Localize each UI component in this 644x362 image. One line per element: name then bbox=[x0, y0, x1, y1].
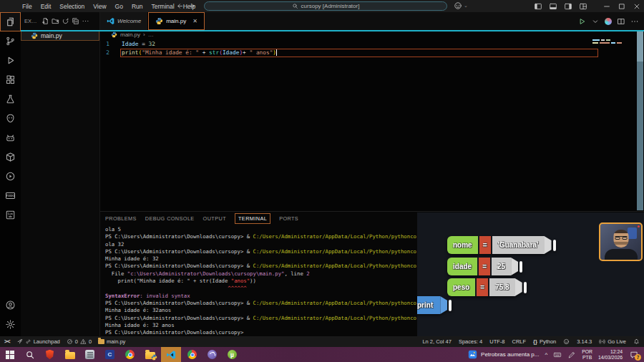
panel-tab-ports[interactable]: PORTS bbox=[279, 214, 298, 223]
news-widget[interactable]: Petrobras aumenta p... bbox=[468, 350, 539, 359]
status-utf-8[interactable]: UTF-8 bbox=[489, 338, 504, 345]
menu-run[interactable]: Run bbox=[127, 3, 147, 10]
remote-indicator[interactable]: >< bbox=[4, 338, 10, 345]
activity-source-control-icon[interactable] bbox=[0, 31, 21, 51]
activity-run-debug-icon[interactable] bbox=[0, 51, 21, 70]
menu-bar: FileEditSelectionViewGoRunTerminalHelp bbox=[18, 0, 200, 12]
status-ln-2-col-47[interactable]: Ln 2, Col 47 bbox=[422, 338, 451, 345]
menu-terminal[interactable]: Terminal bbox=[147, 3, 179, 10]
menu-go[interactable]: Go bbox=[111, 3, 127, 10]
copilot-menu[interactable]: ⌄ bbox=[454, 1, 468, 10]
panel-tab-output[interactable]: OUTPUT bbox=[203, 214, 226, 223]
menu-edit[interactable]: Edit bbox=[36, 3, 56, 10]
chevron-down-icon[interactable] bbox=[591, 17, 600, 26]
taskbar-brave-icon[interactable] bbox=[44, 347, 55, 362]
close-tab-icon[interactable]: ✕ bbox=[192, 18, 197, 24]
chrome-icon bbox=[187, 350, 197, 359]
active-file-indicator[interactable]: main.py bbox=[98, 338, 125, 345]
tab-main.py[interactable]: main.py✕ bbox=[148, 12, 205, 30]
activity-account-icon[interactable] bbox=[0, 295, 21, 315]
panel-tab-debug-console[interactable]: DEBUG CONSOLE bbox=[145, 214, 195, 223]
touch-keyboard-icon[interactable] bbox=[553, 351, 562, 359]
close-button[interactable] bbox=[629, 0, 644, 12]
taskbar-chrome-icon[interactable] bbox=[125, 347, 135, 362]
status-copilot-icon[interactable] bbox=[563, 338, 570, 345]
status-python[interactable]: {}Python bbox=[533, 338, 556, 345]
code-line-1[interactable]: 1Idade = 32 bbox=[100, 40, 644, 49]
maximize-button[interactable] bbox=[614, 0, 629, 12]
activity-extensions-icon[interactable] bbox=[0, 70, 21, 89]
panel-tab-terminal[interactable]: TERMINAL bbox=[235, 213, 270, 224]
tab-welcome[interactable]: Welcome bbox=[100, 12, 148, 30]
menu-view[interactable]: View bbox=[89, 3, 110, 10]
taskbar-bittorrent-icon[interactable] bbox=[207, 347, 218, 362]
svg-text:TODO: TODO bbox=[6, 194, 16, 197]
panel-tab-problems[interactable]: PROBLEMS bbox=[105, 214, 137, 223]
forward-arrow-icon[interactable] bbox=[188, 2, 196, 10]
run-icon[interactable] bbox=[577, 17, 586, 26]
warning-icon bbox=[80, 338, 87, 345]
menu-file[interactable]: File bbox=[18, 3, 36, 10]
activity-files-icon[interactable] bbox=[0, 12, 21, 31]
command-search-input[interactable]: cursopy [Administrator] bbox=[204, 1, 447, 11]
editor-scrollbar[interactable] bbox=[637, 31, 643, 210]
rocket-icon bbox=[16, 338, 23, 345]
status-go-live[interactable]: Go Live bbox=[599, 338, 626, 345]
taskbar-vscode-icon[interactable] bbox=[161, 347, 181, 362]
window-controls bbox=[530, 0, 644, 12]
activity-testing-icon[interactable] bbox=[0, 89, 21, 109]
problems-indicator[interactable]: 0 0 bbox=[67, 338, 92, 345]
clock[interactable]: 12:24 14/03/2026 bbox=[598, 349, 623, 361]
code-editor[interactable]: 1Idade = 322print("Minha idade é: " + st… bbox=[100, 39, 644, 57]
activity-package-icon[interactable] bbox=[0, 147, 21, 167]
status-spaces-4[interactable]: Spaces: 4 bbox=[459, 338, 482, 345]
taskbar-search-icon[interactable] bbox=[24, 347, 35, 362]
status-3-14-3[interactable]: 3.14.3 bbox=[577, 338, 592, 345]
notification-center[interactable]: 7 bbox=[628, 349, 640, 361]
taskbar-c-app-icon[interactable]: C bbox=[104, 347, 115, 362]
editor-tabs: Welcomemain.py✕ bbox=[100, 12, 644, 30]
activity-todo-icon[interactable]: TODO bbox=[0, 186, 21, 205]
file-item-main.py[interactable]: main.py bbox=[21, 31, 99, 41]
minimap[interactable] bbox=[592, 39, 634, 45]
refresh-icon[interactable] bbox=[62, 17, 69, 25]
code-line-2[interactable]: 2print("Minha idade é: " + str(Idade)+ "… bbox=[100, 49, 644, 57]
back-arrow-icon[interactable] bbox=[176, 2, 184, 10]
new-file-icon[interactable] bbox=[42, 17, 49, 25]
toggle-panel-button[interactable] bbox=[545, 0, 560, 12]
taskbar-python-folder-icon[interactable] bbox=[145, 347, 155, 362]
more-icon[interactable] bbox=[82, 17, 89, 25]
taskbar-utorrent-icon[interactable]: µ bbox=[227, 347, 238, 362]
bell-icon bbox=[633, 338, 640, 345]
status-bell-icon[interactable] bbox=[633, 338, 640, 345]
menu-selection[interactable]: Selection bbox=[55, 3, 89, 10]
more-icon[interactable] bbox=[630, 17, 639, 26]
new-folder-icon[interactable] bbox=[52, 17, 59, 25]
activity-robot-icon[interactable] bbox=[0, 128, 21, 147]
taskbar-start-icon[interactable] bbox=[4, 347, 15, 362]
customize-layout-button[interactable] bbox=[575, 0, 590, 12]
toggle-secondary-sidebar-button[interactable] bbox=[560, 0, 575, 12]
split-icon[interactable] bbox=[617, 17, 625, 26]
profile-avatar[interactable] bbox=[605, 18, 612, 25]
status-crlf[interactable]: CRLF bbox=[512, 338, 526, 345]
activity-media-play-icon[interactable] bbox=[0, 167, 21, 186]
taskbar-notes-app-icon[interactable] bbox=[84, 347, 95, 362]
folder-icon bbox=[98, 339, 104, 344]
toggle-sidebar-button[interactable] bbox=[530, 0, 545, 12]
taskbar-icons: Cµ bbox=[4, 347, 238, 362]
collapse-icon[interactable] bbox=[72, 17, 79, 25]
text-cursor bbox=[276, 49, 277, 56]
variable-block-peso: peso=75.8 bbox=[447, 278, 527, 296]
pen-icon[interactable] bbox=[567, 351, 576, 359]
activity-settings-gear-icon[interactable] bbox=[0, 315, 21, 334]
activity-lua-ide-icon[interactable]: Luaide bbox=[0, 205, 21, 225]
taskbar-file-explorer-icon[interactable] bbox=[64, 347, 75, 362]
minimize-button[interactable] bbox=[599, 0, 614, 12]
activity-alien-icon[interactable] bbox=[0, 109, 21, 128]
tray-expand-caret[interactable]: ^ bbox=[545, 351, 547, 358]
language-indicator[interactable]: POR PTB bbox=[582, 349, 592, 361]
launchpad-item[interactable]: Launchpad bbox=[16, 338, 60, 345]
editor-group: Welcomemain.py✕ main.py › … 1Idade = 322… bbox=[100, 12, 644, 211]
taskbar-chrome-icon[interactable] bbox=[187, 347, 197, 362]
